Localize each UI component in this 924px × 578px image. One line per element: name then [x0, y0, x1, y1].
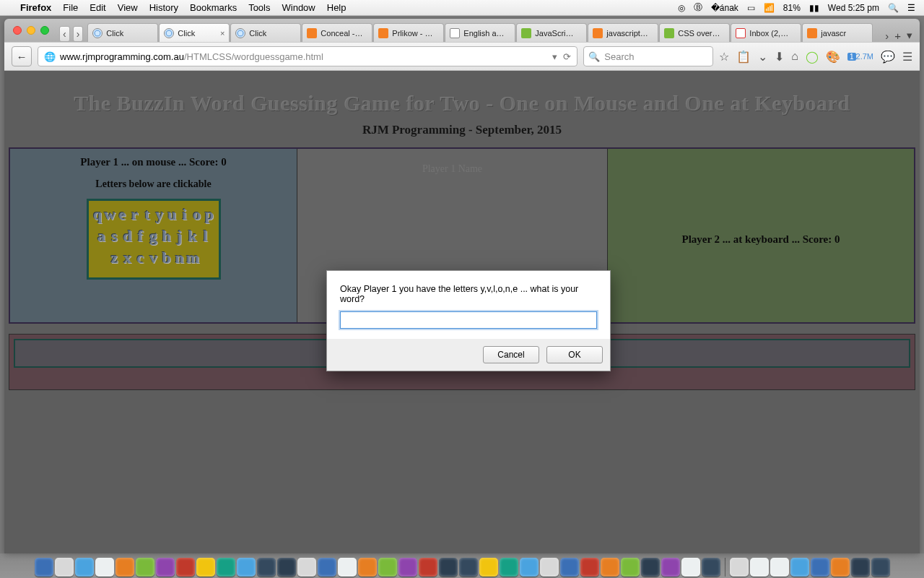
hamburger-menu-icon[interactable]: ☰	[902, 50, 912, 64]
menuextra-icon[interactable]: �ának	[711, 3, 738, 13]
dock-app[interactable]	[580, 558, 599, 577]
addon-badge[interactable]: 12.7M	[847, 52, 873, 61]
downloads-icon[interactable]: ⬇	[775, 50, 784, 64]
tabs-scroll-right-button[interactable]: ›	[885, 30, 889, 42]
home-icon[interactable]: ⌂	[791, 50, 798, 63]
dock-app[interactable]	[419, 558, 437, 577]
pocket-icon[interactable]: ⌄	[758, 50, 767, 64]
dock-app[interactable]	[257, 558, 276, 577]
dock-app[interactable]	[621, 558, 640, 577]
browser-tab[interactable]: javascript…	[588, 23, 658, 42]
addon-icon[interactable]: ◯	[806, 50, 819, 64]
app-name-menu[interactable]: Firefox	[20, 2, 51, 13]
browser-tab[interactable]: Conceal -…	[302, 23, 372, 42]
notification-center-icon[interactable]: ☰	[907, 3, 915, 13]
dock-app[interactable]	[730, 558, 749, 577]
dock-app[interactable]	[520, 558, 539, 577]
bookmark-star-icon[interactable]: ☆	[719, 50, 729, 64]
search-bar[interactable]: 🔍 Search	[583, 46, 713, 66]
display-icon[interactable]: ▭	[747, 3, 755, 13]
dock-app[interactable]	[750, 558, 769, 577]
browser-tab[interactable]: Click	[230, 23, 301, 42]
dock-trash[interactable]	[871, 558, 890, 577]
dock-app[interactable]	[55, 558, 74, 577]
cancel-button[interactable]: Cancel	[483, 346, 539, 363]
menu-window[interactable]: Window	[282, 2, 315, 13]
menu-help[interactable]: Help	[327, 2, 346, 13]
dock-app[interactable]	[75, 558, 94, 577]
reader-mode-icon[interactable]: ▾	[552, 51, 557, 62]
dock-app[interactable]	[479, 558, 498, 577]
browser-tab[interactable]: Inbox (2,…	[731, 23, 801, 42]
address-bar[interactable]: 🌐 www.rjmprogramming.com.au/HTMLCSS/word…	[38, 46, 578, 66]
session-back-button[interactable]: ‹	[59, 26, 70, 42]
dock-app[interactable]	[237, 558, 256, 577]
dock-app[interactable]	[398, 558, 417, 577]
dock-app[interactable]	[338, 558, 357, 577]
dock-app[interactable]	[790, 558, 809, 577]
prompt-input[interactable]	[340, 311, 597, 329]
tab-close-icon[interactable]: ×	[220, 29, 225, 38]
ok-button[interactable]: OK	[546, 346, 603, 363]
browser-tab[interactable]: English a…	[445, 23, 515, 42]
browser-tab[interactable]: CSS over…	[659, 23, 730, 42]
dock-app[interactable]	[378, 558, 397, 577]
browser-tab[interactable]: Click	[87, 23, 158, 42]
browser-tab[interactable]: JavaScri…	[516, 23, 587, 42]
menu-view[interactable]: View	[118, 2, 138, 13]
dock-app[interactable]	[156, 558, 175, 577]
dock-app[interactable]	[831, 558, 850, 577]
all-tabs-button[interactable]: ▾	[907, 29, 912, 42]
menu-bookmarks[interactable]: Bookmarks	[190, 2, 237, 13]
dock-app[interactable]	[217, 558, 235, 577]
addon-icon[interactable]: 🎨	[826, 50, 840, 64]
battery-icon[interactable]: ▮▮	[809, 3, 819, 13]
menu-file[interactable]: File	[63, 2, 78, 13]
dock-app[interactable]	[176, 558, 195, 577]
dock-app[interactable]	[318, 558, 336, 577]
clipboard-icon[interactable]: 📋	[736, 50, 751, 64]
search-placeholder: Search	[604, 51, 634, 62]
dock-app[interactable]	[500, 558, 518, 577]
dock-app[interactable]	[601, 558, 619, 577]
new-tab-button[interactable]: +	[894, 30, 901, 42]
menu-tools[interactable]: Tools	[248, 2, 270, 13]
menu-edit[interactable]: Edit	[90, 2, 105, 13]
menu-history[interactable]: History	[149, 2, 178, 13]
dock-app[interactable]	[661, 558, 680, 577]
browser-tab[interactable]: Prlikow - …	[373, 23, 444, 42]
site-identity-icon[interactable]: 🌐	[44, 51, 56, 62]
reload-button[interactable]: ⟳	[563, 51, 571, 62]
dock-app[interactable]	[358, 558, 377, 577]
dock-app[interactable]	[116, 558, 134, 577]
browser-tab[interactable]: Click×	[159, 23, 230, 42]
dock-app[interactable]	[95, 558, 114, 577]
close-window-button[interactable]	[13, 26, 22, 35]
dock-app[interactable]	[196, 558, 215, 577]
dock-app[interactable]	[811, 558, 829, 577]
dock-app[interactable]	[681, 558, 700, 577]
spotlight-icon[interactable]: 🔍	[888, 3, 899, 13]
dock-app[interactable]	[439, 558, 458, 577]
dock-app[interactable]	[560, 558, 579, 577]
menuextra-icon[interactable]: ◎	[678, 3, 685, 13]
dock-app[interactable]	[540, 558, 559, 577]
dock-app[interactable]	[136, 558, 154, 577]
session-forward-button[interactable]: ›	[73, 26, 84, 42]
dock-app[interactable]	[851, 558, 870, 577]
wifi-icon[interactable]: 📶	[764, 3, 775, 13]
dock-app[interactable]	[297, 558, 316, 577]
dock-app[interactable]	[35, 558, 53, 577]
browser-tab[interactable]: javascr	[802, 23, 873, 42]
back-button[interactable]: ←	[12, 46, 32, 66]
dock-app[interactable]	[641, 558, 660, 577]
zoom-window-button[interactable]	[40, 26, 49, 35]
minimize-window-button[interactable]	[27, 26, 35, 35]
dock-app[interactable]	[702, 558, 720, 577]
clock[interactable]: Wed 5:25 pm	[828, 3, 879, 13]
menuextra-icon[interactable]: Ⓑ	[694, 1, 702, 14]
dock-app[interactable]	[770, 558, 789, 577]
dock-app[interactable]	[459, 558, 478, 577]
addon-icon[interactable]: 💬	[881, 50, 895, 64]
dock-app[interactable]	[277, 558, 296, 577]
